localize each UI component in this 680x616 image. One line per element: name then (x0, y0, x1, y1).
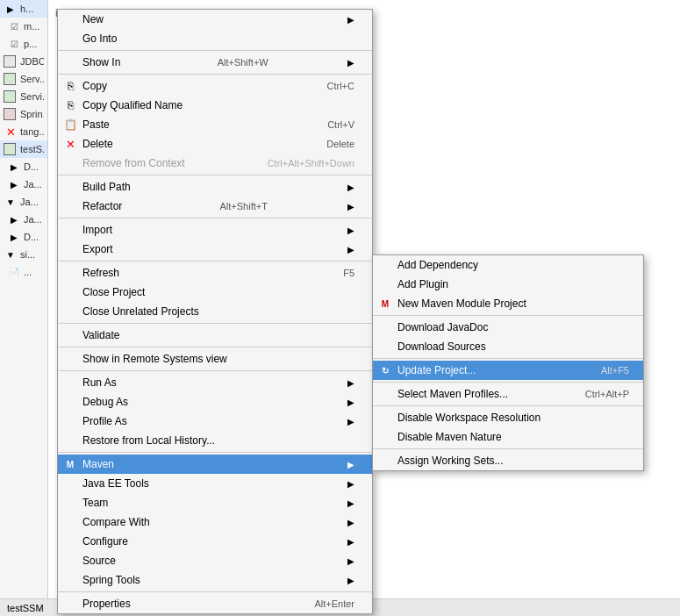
sidebar-item-d1[interactable]: ▶ D... (0, 158, 47, 175)
folder-icon: ▶ (7, 160, 21, 174)
menu-item-import[interactable]: Import ▶ (58, 220, 372, 240)
menu-item-validate[interactable]: Validate (58, 326, 372, 345)
submenu-arrow: ▶ (347, 498, 354, 508)
sidebar-item-1[interactable]: ☑ m... (0, 18, 47, 35)
submenu-arrow: ▶ (347, 58, 354, 68)
menu-item-springtools[interactable]: Spring Tools ▶ (58, 570, 372, 590)
sidebar-item-d2[interactable]: ▶ D... (0, 228, 47, 246)
folder-icon: ▶ (7, 177, 21, 191)
menu-item-restore[interactable]: Restore from Local History... (58, 431, 372, 450)
submenu-select-maven-profiles[interactable]: Select Maven Profiles... Ctrl+Alt+P (373, 384, 643, 404)
menu-item-source[interactable]: Source ▶ (58, 551, 372, 570)
context-menu: New ▶ Go Into Show In Alt+Shift+W ▶ ⎘ Co… (57, 9, 373, 614)
sidebar-item-jdbc[interactable]: JDBC (0, 53, 47, 70)
sidebar-item-spring[interactable]: Sprin... (0, 105, 47, 123)
project-icon (4, 108, 16, 120)
menu-item-buildpath[interactable]: Build Path ▶ (58, 177, 372, 197)
menu-separator-1 (58, 50, 372, 51)
submenu-arrow: ▶ (347, 518, 354, 527)
sidebar-item-2[interactable]: ☑ p... (0, 35, 47, 53)
paste-icon: 📋 (61, 118, 79, 131)
menu-separator-5 (58, 261, 372, 261)
delete-icon: ✕ (4, 125, 18, 139)
folder-icon: ▶ (4, 2, 18, 16)
delete-icon: ✕ (61, 138, 79, 151)
project-icon (4, 73, 16, 85)
menu-item-paste[interactable]: 📋 Paste Ctrl+V (58, 115, 372, 134)
sidebar-item-serv1[interactable]: Serv... (0, 70, 47, 88)
menu-item-javaeetools[interactable]: Java EE Tools ▶ (58, 474, 372, 493)
sidebar-item-tang[interactable]: ✕ tang... (0, 123, 47, 140)
maven-submenu: Add Dependency Add Plugin M New Maven Mo… (372, 254, 644, 471)
menu-item-delete[interactable]: ✕ Delete Delete (58, 134, 372, 154)
submenu-add-dependency[interactable]: Add Dependency (373, 255, 643, 275)
menu-item-comparewith[interactable]: Compare With ▶ (58, 512, 372, 532)
menu-item-maven[interactable]: M Maven ▶ (58, 455, 372, 474)
menu-item-showin[interactable]: Show In Alt+Shift+W ▶ (58, 53, 372, 72)
menu-item-gointo[interactable]: Go Into (58, 29, 372, 48)
menu-separator-3 (58, 175, 372, 175)
menu-item-refactor[interactable]: Refactor Alt+Shift+T ▶ (58, 197, 372, 216)
submenu-separator-2 (373, 358, 643, 359)
sidebar-item-0[interactable]: ▶ h... (0, 0, 47, 18)
submenu-new-maven-module[interactable]: M New Maven Module Project (373, 294, 643, 313)
submenu-arrow: ▶ (347, 556, 354, 566)
submenu-arrow: ▶ (347, 537, 354, 547)
menu-item-debugas[interactable]: Debug As ▶ (58, 392, 372, 412)
menu-item-copy-qualified[interactable]: ⎘ Copy Qualified Name (58, 96, 372, 115)
sidebar-item-ja3[interactable]: ▶ Ja... (0, 211, 47, 228)
menu-separator-10 (58, 591, 372, 592)
menu-item-properties[interactable]: Properties Alt+Enter (58, 594, 372, 613)
submenu-arrow: ▶ (347, 378, 354, 388)
menu-item-show-remote[interactable]: Show in Remote Systems view (58, 349, 372, 369)
submenu-arrow: ▶ (347, 460, 354, 469)
menu-item-close-unrelated[interactable]: Close Unrelated Projects (58, 302, 372, 321)
submenu-arrow: ▶ (347, 417, 354, 426)
submenu-disable-workspace[interactable]: Disable Workspace Resolution (373, 408, 643, 427)
menu-item-refresh[interactable]: Refresh F5 (58, 263, 372, 283)
sidebar-item-servi[interactable]: Servi... (0, 88, 47, 105)
sidebar: ▶ h... ☑ m... ☑ p... JDBC Serv... Servi.… (0, 0, 48, 616)
menu-separator-8 (58, 370, 372, 371)
sidebar-item-misc[interactable]: 📄 ... (0, 263, 47, 281)
menu-separator-4 (58, 218, 372, 218)
menu-item-copy[interactable]: ⎘ Copy Ctrl+C (58, 76, 372, 96)
menu-item-team[interactable]: Team ▶ (58, 493, 372, 512)
submenu-download-sources[interactable]: Download Sources (373, 337, 643, 356)
sidebar-item-si[interactable]: ▼ si... (0, 246, 47, 263)
submenu-download-javadoc[interactable]: Download JavaDoc (373, 318, 643, 337)
menu-item-runas[interactable]: Run As ▶ (58, 373, 372, 392)
folder-icon: ▶ (7, 212, 21, 226)
submenu-disable-maven-nature[interactable]: Disable Maven Nature (373, 427, 643, 447)
folder-icon: ▼ (4, 195, 18, 209)
submenu-assign-working-sets[interactable]: Assign Working Sets... (373, 451, 643, 470)
submenu-separator-3 (373, 382, 643, 383)
submenu-arrow: ▶ (347, 202, 354, 211)
menu-separator-9 (58, 452, 372, 453)
submenu-add-plugin[interactable]: Add Plugin (373, 275, 643, 294)
menu-separator-2 (58, 74, 372, 75)
maven-module-icon: M (376, 299, 394, 309)
status-text: testSSM (7, 603, 44, 613)
menu-item-export[interactable]: Export ▶ (58, 240, 372, 259)
submenu-arrow: ▶ (347, 479, 354, 489)
update-project-icon: ↻ (376, 366, 394, 376)
checkbox-icon: ☑ (7, 19, 21, 33)
submenu-arrow: ▶ (347, 183, 354, 192)
copy-icon2: ⎘ (61, 99, 79, 111)
menu-item-new[interactable]: New ▶ (58, 10, 372, 29)
menu-item-remove-context: Remove from Context Ctrl+Alt+Shift+Down (58, 154, 372, 173)
sidebar-item-ja1[interactable]: ▶ Ja... (0, 175, 47, 193)
sidebar-item-tests[interactable]: testS... (0, 140, 47, 158)
sidebar-item-ja2[interactable]: ▼ Ja... (0, 193, 47, 211)
submenu-update-project[interactable]: ↻ Update Project... Alt+F5 (373, 361, 643, 380)
menu-item-close-project[interactable]: Close Project (58, 283, 372, 302)
menu-item-configure[interactable]: Configure ▶ (58, 532, 372, 551)
submenu-arrow: ▶ (347, 398, 354, 407)
project-icon (4, 55, 16, 68)
maven-icon: M (61, 460, 79, 469)
menu-separator-6 (58, 323, 372, 324)
file-icon: 📄 (7, 265, 21, 279)
menu-item-profileas[interactable]: Profile As ▶ (58, 412, 372, 431)
submenu-separator-5 (373, 448, 643, 449)
